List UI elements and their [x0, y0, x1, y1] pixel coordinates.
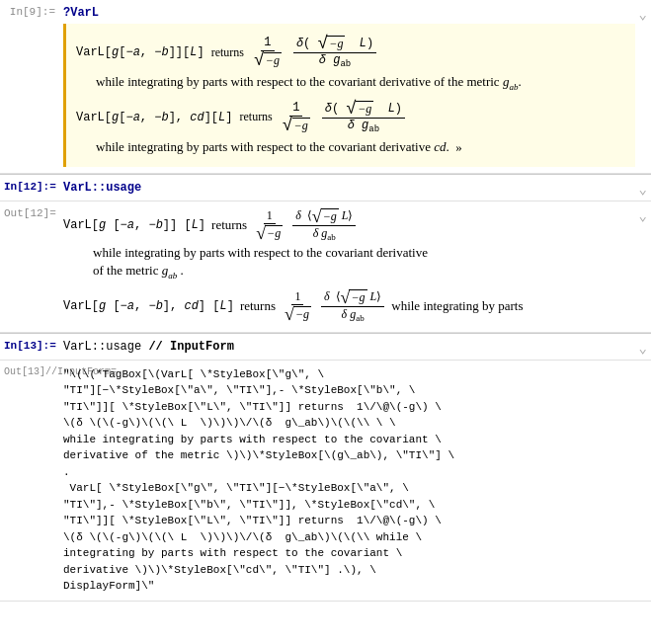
- delta-fraction-1: δ( √ −g L) δ gab: [293, 35, 376, 70]
- in12-number: In[12]:=: [4, 181, 55, 193]
- out12-vl-code-1: VarL[g [−a, −b]] [L]: [63, 218, 205, 232]
- out12-sqrt-L-1: √ −g: [312, 207, 339, 225]
- delta-fraction-2: δ( √ −g L) δ gab: [322, 100, 405, 135]
- out12-sqrt-cont-2: −g: [293, 306, 311, 321]
- sqrt-neg-g-1: √ −g: [254, 51, 282, 69]
- out13-number: Out[13]//InputForm=: [4, 366, 55, 377]
- out12-formula-row-1: VarL[g [−a, −b]] [L] returns 1 √ −g δ ⟨ …: [63, 207, 635, 243]
- out12-delta-den-2: δ gab: [339, 307, 367, 324]
- vl-code-1: VarL[g[−a, −b]][L]: [76, 45, 204, 59]
- out12-fraction-2: 1 √ −g: [282, 289, 314, 322]
- cell-in13: In[13]:= VarL::usage // InputForm ⌄: [0, 333, 651, 361]
- collapse-icon-3[interactable]: ⌄: [639, 207, 647, 224]
- collapse-icon-4[interactable]: ⌄: [639, 340, 647, 357]
- cell-in13-content[interactable]: VarL::usage // InputForm ⌄: [59, 334, 651, 360]
- fraction-1: 1 √ −g: [251, 36, 285, 68]
- delta-num-1: δ( √ −g L): [293, 35, 376, 53]
- cell-out12-content: VarL[g [−a, −b]] [L] returns 1 √ −g δ ⟨ …: [59, 201, 651, 332]
- cell-in12-content[interactable]: VarL::usage ⌄: [59, 175, 651, 201]
- out12-desc-1a: while integrating by parts with respect …: [93, 245, 635, 261]
- out12-fraction-1: 1 √ −g: [253, 208, 285, 241]
- in13-label: In[13]:=: [0, 334, 59, 360]
- out12-while-parts: while integrating by parts: [391, 298, 523, 314]
- delta-den-2: δ gab: [345, 119, 382, 135]
- returns-1: returns: [211, 45, 244, 60]
- out12-sqrt-cont-L-1: −g: [321, 208, 339, 223]
- fraction-2: 1 √ −g: [280, 101, 313, 133]
- in12-label: In[12]:=: [0, 175, 59, 201]
- out12-frac-num-2: 1: [291, 289, 303, 304]
- sqrt-content-2: −g: [292, 118, 310, 132]
- out12-vl-code-2: VarL[g [−a, −b], cd] [L]: [63, 299, 234, 313]
- sqrt-neg-g-L-2: √ −g: [346, 100, 373, 118]
- out12-frac-num-1: 1: [264, 208, 276, 223]
- vl-code-2: VarL[g[−a, −b], cd][L]: [76, 111, 232, 124]
- out12-delta-num-2: δ ⟨ √ −g L⟩: [321, 288, 384, 307]
- cell-out13: Out[13]//InputForm= "\(\(*TagBox[\(VarL[…: [0, 361, 651, 602]
- out12-returns-2: returns: [240, 298, 276, 314]
- out12-formula-row-2: VarL[g [−a, −b], cd] [L] returns 1 √ −g …: [63, 288, 635, 324]
- out12-returns-1: returns: [211, 217, 247, 233]
- sqrt-neg-g-2: √ −g: [283, 117, 310, 134]
- in9-label: In[9]:=: [0, 0, 59, 173]
- out12-sqrt-cont-1: −g: [265, 225, 283, 240]
- sqrt-neg-g-L-1: √ −g: [318, 35, 346, 52]
- out12-label: Out[12]=: [0, 201, 59, 332]
- desc-2: while integrating by parts with respect …: [96, 139, 625, 155]
- collapse-icon-1[interactable]: ⌄: [639, 6, 647, 23]
- returns-2: returns: [239, 110, 272, 124]
- out12-delta-frac-2: δ ⟨ √ −g L⟩ δ gab: [321, 288, 384, 324]
- formula-row-1: VarL[g[−a, −b]][L] returns 1 √ −g δ(: [76, 35, 625, 70]
- cell-in9-content[interactable]: ?VarL VarL[g[−a, −b]][L] returns 1 √ −g: [59, 0, 651, 173]
- sqrt-content-L-1: −g: [327, 36, 345, 50]
- varl-help-box: VarL[g[−a, −b]][L] returns 1 √ −g δ(: [63, 24, 635, 167]
- question-varl: ?VarL: [63, 6, 99, 20]
- in13-number: In[13]:=: [4, 340, 55, 352]
- cell-out12: Out[12]= VarL[g [−a, −b]] [L] returns 1 …: [0, 201, 651, 333]
- inputform-output: "\(\(*TagBox[\(VarL[ \*StyleBox[\"g\", \…: [63, 366, 641, 595]
- out12-frac-den-2: √ −g: [282, 305, 314, 323]
- cell-out13-content: "\(\(*TagBox[\(VarL[ \*StyleBox[\"g\", \…: [59, 361, 651, 601]
- out12-sqrt-cont-L-2: −g: [349, 289, 366, 304]
- out12-frac-den-1: √ −g: [253, 224, 285, 242]
- cell-in9: In[9]:= ?VarL VarL[g[−a, −b]][L] returns…: [0, 0, 651, 174]
- out12-delta-num-1: δ ⟨ √ −g L⟩: [292, 207, 356, 226]
- varl-usage-code: VarL::usage: [63, 181, 141, 195]
- out12-number: Out[12]=: [4, 207, 55, 219]
- delta-den-1: δ gab: [316, 53, 354, 70]
- frac-num-2: 1: [289, 101, 302, 116]
- out12-delta-frac-1: δ ⟨ √ −g L⟩ δ gab: [292, 207, 356, 243]
- out12-sqrt-1: √ −g: [256, 224, 283, 242]
- frac-den-1: √ −g: [251, 51, 285, 69]
- desc-1: while integrating by parts with respect …: [96, 74, 625, 92]
- sqrt-content-L-2: −g: [356, 101, 373, 116]
- in9-number: In[9]:=: [4, 6, 55, 18]
- collapse-icon-2[interactable]: ⌄: [639, 181, 647, 198]
- sqrt-content-1: −g: [264, 52, 282, 67]
- frac-num-1: 1: [261, 36, 274, 50]
- formula-row-2: VarL[g[−a, −b], cd][L] returns 1 √ −g: [76, 100, 625, 135]
- varl-usage-inputform-code: VarL::usage // InputForm: [63, 340, 234, 354]
- out12-delta-den-1: δ gab: [310, 226, 339, 243]
- out12-sqrt-2: √ −g: [285, 305, 311, 323]
- frac-den-2: √ −g: [280, 117, 313, 134]
- out12-sqrt-L-2: √ −g: [341, 288, 367, 306]
- out12-desc-1b: of the metric gab .: [93, 263, 635, 281]
- cell-in12: In[12]:= VarL::usage ⌄: [0, 174, 651, 201]
- delta-num-2: δ( √ −g L): [322, 100, 405, 119]
- out13-label: Out[13]//InputForm=: [0, 361, 59, 601]
